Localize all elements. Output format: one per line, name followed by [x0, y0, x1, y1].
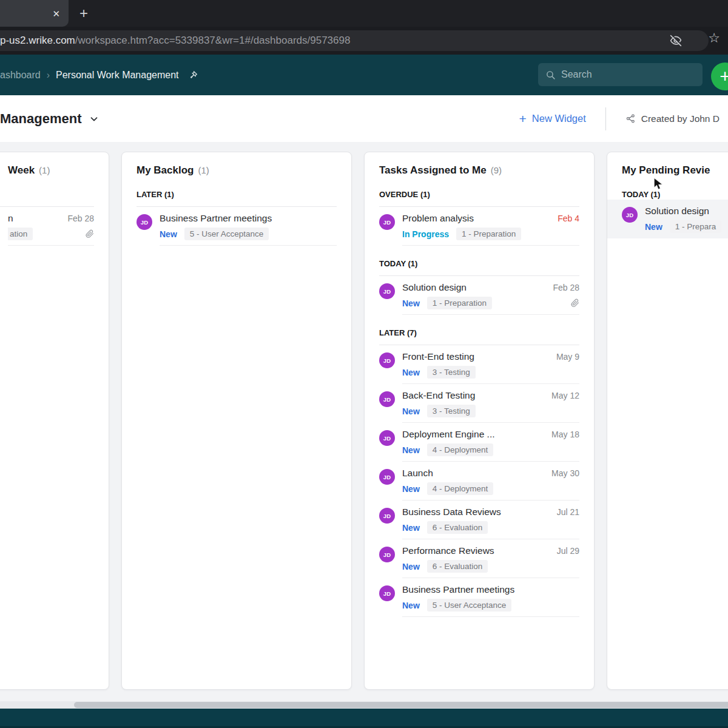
stage-chip: 3 - Testing	[427, 405, 476, 417]
task-line1: Solution design	[645, 205, 728, 217]
avatar: JD	[379, 547, 395, 562]
footer-bar	[0, 709, 728, 728]
task-row[interactable]: JDSolution designFeb 28New1 - Preparatio…	[379, 276, 579, 315]
status-badge: In Progress	[402, 229, 449, 239]
task-main: Front-End testingMay 9New3 - Testing	[402, 351, 579, 384]
task-row[interactable]: JDLaunchMay 30New4 - Deployment	[379, 462, 579, 500]
created-by-button[interactable]: Created by John D	[625, 113, 720, 124]
task-line1: Business Partner meetings	[160, 212, 337, 224]
task-line2: New3 - Testing	[402, 405, 579, 417]
scrollbar-thumb[interactable]	[74, 702, 728, 708]
new-tab-button[interactable]: +	[75, 5, 92, 22]
widget-title-row: My Pending Revie	[622, 164, 728, 177]
task-line2: New5 - User Acceptance	[160, 228, 337, 240]
task-line2: New1 - Preparation	[402, 297, 579, 309]
status-badge: New	[402, 445, 420, 455]
bookmark-star-icon[interactable]: ☆	[705, 29, 723, 47]
task-title: Deployment Engine ...	[402, 428, 495, 440]
breadcrumb-dashboard[interactable]: ashboard	[0, 70, 41, 81]
pin-icon[interactable]	[187, 70, 198, 81]
attachment-icon	[571, 298, 579, 308]
chevron-down-icon[interactable]	[89, 113, 99, 124]
browser-tab[interactable]: ✕	[0, 0, 69, 27]
widget-count: (9)	[491, 165, 502, 175]
status-badge: New	[402, 368, 420, 377]
task-title: Business Partner meetings	[160, 212, 272, 224]
app-header: ashboard › Personal Work Management Sear…	[0, 55, 728, 95]
task-line2: New6 - Evaluation	[402, 560, 579, 573]
browser-toolbar: p-us2.wrike.com/workspace.htm?acc=533983…	[0, 27, 728, 55]
share-icon	[625, 113, 636, 124]
address-bar[interactable]: p-us2.wrike.com/workspace.htm?acc=533983…	[0, 30, 709, 51]
stage-chip: 3 - Testing	[427, 366, 476, 379]
task-row[interactable]: JDBusiness Partner meetingsNew5 - User A…	[379, 578, 579, 617]
url-path: /workspace.htm?acc=5339837&wr=1#/dashboa…	[75, 35, 351, 46]
eye-off-icon[interactable]	[670, 35, 682, 49]
widget-count: (1)	[198, 165, 209, 175]
status-badge: New	[402, 484, 420, 494]
task-line1: Problem analysisFeb 4	[402, 212, 579, 224]
dashboard-board: Week(1) n Feb 28 ation	[0, 142, 728, 701]
widget-my-pending-reviews: My Pending RevieTODAY (1)JDSolution desi…	[607, 152, 728, 690]
task-title: Business Data Reviews	[402, 506, 501, 518]
stage-chip: 6 - Evaluation	[427, 560, 488, 573]
task-line1: LaunchMay 30	[402, 467, 579, 479]
avatar: JD	[379, 391, 395, 407]
task-main: Business Data ReviewsJul 21New6 - Evalua…	[402, 506, 579, 539]
widget-tasks-assigned-to-me: Tasks Assigned to Me(9)OVERDUE (1)JDProb…	[364, 152, 595, 690]
new-widget-label: New Widget	[532, 113, 586, 124]
task-main: Problem analysisFeb 4In Progress1 - Prep…	[402, 212, 579, 246]
due-date: May 30	[551, 467, 579, 479]
section-label: LATER (1)	[136, 190, 337, 200]
task-line1: Deployment Engine ...May 18	[402, 428, 579, 440]
stage-chip: 6 - Evaluation	[427, 521, 488, 534]
tab-close-icon[interactable]: ✕	[52, 9, 60, 18]
avatar: JD	[379, 283, 395, 299]
horizontal-scrollbar	[0, 701, 728, 709]
due-date: Jul 29	[557, 545, 579, 557]
plus-icon: +	[519, 112, 527, 125]
task-row[interactable]: JDProblem analysisFeb 4In Progress1 - Pr…	[379, 207, 579, 246]
due-date: Feb 28	[67, 212, 94, 224]
section-label: OVERDUE (1)	[379, 190, 579, 200]
task-row[interactable]: JDFront-End testingMay 9New3 - Testing	[379, 345, 579, 384]
new-widget-button[interactable]: + New Widget	[519, 112, 586, 125]
breadcrumb-current[interactable]: Personal Work Management	[56, 70, 178, 81]
task-row[interactable]: JDBusiness Partner meetingsNew5 - User A…	[136, 207, 337, 246]
task-title: Performance Reviews	[402, 545, 494, 557]
task-row[interactable]: JDDeployment Engine ...May 18New4 - Depl…	[379, 423, 579, 462]
widget-title-row: My Backlog(1)	[136, 164, 337, 177]
status-badge: New	[402, 523, 420, 533]
task-title: Launch	[402, 467, 433, 479]
task-line1: Business Partner meetings	[402, 584, 579, 596]
dashboard-title: Management	[0, 111, 81, 127]
section-label: LATER (7)	[379, 328, 579, 338]
widget-due-week: Week(1) n Feb 28 ation	[0, 152, 109, 690]
due-date: Feb 28	[553, 281, 579, 294]
url-domain: p-us2.wrike.com	[0, 35, 75, 46]
task-row[interactable]: JDSolution designNew1 - Prepara	[607, 200, 728, 238]
due-date: May 18	[551, 428, 579, 440]
task-row[interactable]: n Feb 28 ation	[0, 207, 94, 246]
avatar: JD	[622, 207, 638, 223]
due-date: Feb 4	[558, 212, 579, 224]
task-main: Performance ReviewsJul 29New6 - Evaluati…	[402, 545, 579, 578]
widget-my-backlog: My Backlog(1)LATER (1)JDBusiness Partner…	[121, 152, 352, 690]
stage-chip: 4 - Deployment	[427, 443, 494, 456]
created-by-label: Created by John D	[641, 113, 720, 124]
stage-chip: 1 - Preparation	[456, 228, 521, 240]
task-line2: New4 - Deployment	[402, 443, 579, 456]
task-line1: Business Data ReviewsJul 21	[402, 506, 579, 518]
widget-count: (1)	[39, 165, 50, 175]
search-input[interactable]: Search	[538, 63, 703, 86]
section-label: TODAY (1)	[379, 259, 579, 269]
task-row[interactable]: JDBusiness Data ReviewsJul 21New6 - Eval…	[379, 500, 579, 539]
breadcrumb-separator-icon: ›	[47, 70, 50, 81]
task-row[interactable]: JDBack-End TestingMay 12New3 - Testing	[379, 384, 579, 423]
task-line2: New5 - User Acceptance	[402, 599, 579, 612]
status-badge: New	[402, 601, 420, 610]
task-row[interactable]: JDPerformance ReviewsJul 29New6 - Evalua…	[379, 539, 579, 578]
page-url: p-us2.wrike.com/workspace.htm?acc=533983…	[0, 35, 350, 47]
task-line2: New4 - Deployment	[402, 482, 579, 495]
mouse-cursor-icon	[653, 178, 664, 190]
